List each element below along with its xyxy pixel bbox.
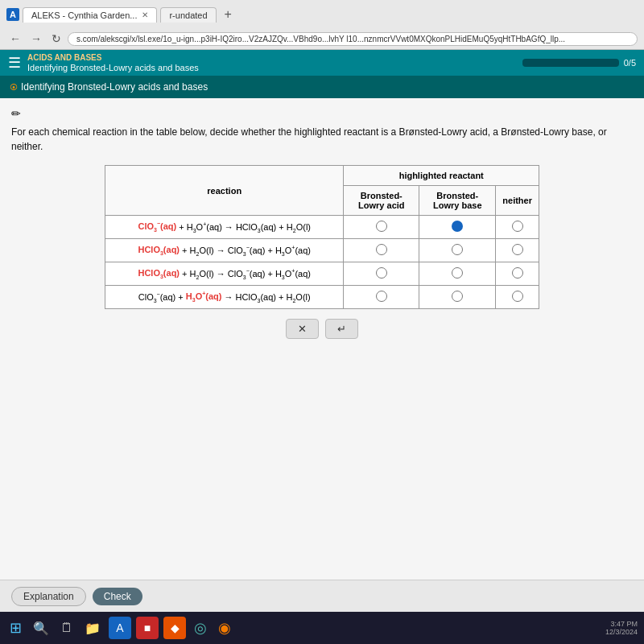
- reaction-cell-3: HClO3(aq) + H2O(l) → ClO3−(aq) + H3O+(aq…: [105, 262, 344, 286]
- reaction-cell-1: ClO3−(aq) + H3O+(aq) → HClO3(aq) + H2O(l…: [105, 216, 344, 239]
- check-button[interactable]: Check: [93, 588, 142, 605]
- radio-acid-2[interactable]: [344, 239, 419, 262]
- browser-chrome: A ALEKS - Cynthia Garden... ✕ r-undated …: [0, 0, 644, 50]
- clear-button[interactable]: ✕: [286, 319, 319, 339]
- reaction-cell-2: HClO3(aq) + H2O(l) → ClO3−(aq) + H3O+(aq…: [105, 239, 344, 262]
- col-header-acid: Bronsted-Lowry acid: [344, 186, 419, 216]
- col-header-neither: neither: [496, 186, 539, 216]
- taskbar: ⊞ 🔍 🗒 📁 A ■ ◆ ◎ ◉ 3:47 PM 12/3/2024: [0, 612, 644, 644]
- reaction-table: reaction highlighted reactant Bronsted-L…: [105, 165, 539, 309]
- table-row: HClO3(aq) + H2O(l) → ClO3−(aq) + H3O+(aq…: [105, 239, 539, 262]
- radio-unselected-icon[interactable]: [452, 244, 463, 255]
- table-row: ClO3−(aq) + H3O+(aq) → HClO3(aq) + H2O(l…: [105, 216, 539, 239]
- radio-unselected-icon[interactable]: [376, 291, 387, 302]
- tab2-label: r-undated: [169, 10, 207, 20]
- col-header-reaction: reaction: [105, 166, 344, 216]
- browser-favicon: A: [6, 8, 19, 21]
- radio-base-1[interactable]: [419, 216, 496, 239]
- table-row: ClO3−(aq) + H3O+(aq) → HClO3(aq) + H2O(l…: [105, 286, 539, 309]
- radio-neither-3[interactable]: [496, 262, 539, 286]
- instruction-text: For each chemical reaction in the table …: [11, 125, 633, 154]
- taskbar-clock: 3:47 PM 12/3/2024: [605, 620, 638, 636]
- radio-unselected-icon[interactable]: [376, 244, 387, 255]
- table-row: HClO3(aq) + H2O(l) → ClO3−(aq) + H3O+(aq…: [105, 262, 539, 286]
- radio-acid-4[interactable]: [344, 286, 419, 309]
- radio-unselected-icon[interactable]: [512, 221, 523, 232]
- radio-selected-icon[interactable]: [452, 221, 463, 232]
- highlighted-reactant-1: ClO3−(aq): [138, 221, 176, 231]
- address-text: s.com/alekscgi/x/lsl.exe/1o_u-ign...p3iH…: [76, 35, 565, 43]
- aleks-header: ☰ ACIDS AND BASES Identifying Bronsted-L…: [0, 50, 644, 76]
- radio-acid-1[interactable]: [344, 216, 419, 239]
- new-tab-button[interactable]: +: [220, 7, 237, 22]
- explanation-button[interactable]: Explanation: [11, 587, 86, 606]
- radio-unselected-icon[interactable]: [512, 244, 523, 255]
- bottom-area: Explanation Check: [0, 580, 644, 612]
- radio-unselected-icon[interactable]: [452, 291, 463, 302]
- windows-start-icon[interactable]: ⊞: [6, 617, 25, 638]
- tab-bar: A ALEKS - Cynthia Garden... ✕ r-undated …: [6, 3, 638, 26]
- taskbar-browser-icon[interactable]: ◎: [191, 617, 210, 638]
- radio-unselected-icon[interactable]: [512, 267, 523, 279]
- radio-acid-3[interactable]: [344, 262, 419, 286]
- address-bar-row: ← → ↻ s.com/alekscgi/x/lsl.exe/1o_u-ign.…: [6, 27, 638, 50]
- breadcrumb-topic: Identifying Bronsted-Lowry acids and bas…: [27, 63, 199, 72]
- taskbar-chrome-icon[interactable]: ◉: [215, 617, 234, 638]
- radio-neither-4[interactable]: [496, 286, 539, 309]
- progress-area: 0/5: [522, 58, 636, 68]
- forward-button[interactable]: →: [27, 32, 45, 45]
- breadcrumb-section: ACIDS AND BASES: [27, 53, 199, 62]
- taskbar-notes-icon[interactable]: 🗒: [57, 619, 76, 637]
- sub-header-label: Identifying Bronsted-Lowry acids and bas…: [21, 81, 208, 93]
- highlighted-reactant-2: HClO3(aq): [138, 245, 180, 254]
- pencil-icon: ✏: [11, 107, 21, 120]
- radio-unselected-icon[interactable]: [376, 221, 387, 232]
- reload-button[interactable]: ↻: [48, 32, 64, 45]
- back-button[interactable]: ←: [6, 32, 24, 45]
- taskbar-app-blue[interactable]: A: [109, 617, 131, 639]
- taskbar-date: 12/3/2024: [605, 628, 638, 636]
- address-input[interactable]: s.com/alekscgi/x/lsl.exe/1o_u-ign...p3iH…: [68, 32, 638, 46]
- radio-unselected-icon[interactable]: [512, 291, 523, 302]
- radio-base-4[interactable]: [419, 286, 496, 309]
- radio-indicator: ⦿: [10, 83, 18, 92]
- col-header-base: Bronsted-Lowry base: [419, 186, 496, 216]
- radio-base-2[interactable]: [419, 239, 496, 262]
- radio-base-3[interactable]: [419, 262, 496, 286]
- action-row: ✕ ↵: [105, 314, 539, 344]
- submit-arrow-button[interactable]: ↵: [325, 319, 358, 339]
- taskbar-folder-icon[interactable]: 📁: [81, 619, 104, 638]
- inactive-tab[interactable]: r-undated: [160, 7, 216, 23]
- radio-unselected-icon[interactable]: [452, 267, 463, 279]
- tab-label: ALEKS - Cynthia Garden...: [31, 10, 137, 20]
- progress-label: 0/5: [624, 58, 636, 68]
- radio-neither-1[interactable]: [496, 216, 539, 239]
- search-taskbar-icon[interactable]: 🔍: [30, 619, 52, 638]
- highlighted-reactant-3: HClO3(aq): [138, 268, 180, 278]
- radio-neither-2[interactable]: [496, 239, 539, 262]
- active-tab[interactable]: ALEKS - Cynthia Garden... ✕: [23, 7, 157, 23]
- reaction-cell-4: ClO3−(aq) + H3O+(aq) → HClO3(aq) + H2O(l…: [105, 286, 344, 309]
- aleks-sub-header: ⦿ Identifying Bronsted-Lowry acids and b…: [0, 76, 644, 98]
- progress-bar-track: [522, 59, 619, 67]
- taskbar-app-red[interactable]: ■: [136, 617, 159, 639]
- main-content: ✏ For each chemical reaction in the tabl…: [0, 98, 644, 612]
- highlighted-reactant-4: H3O+(aq): [186, 291, 222, 301]
- taskbar-app-orange[interactable]: ◆: [163, 617, 186, 639]
- col-header-highlighted: highlighted reactant: [344, 166, 539, 186]
- menu-icon[interactable]: ☰: [8, 54, 21, 72]
- taskbar-time: 3:47 PM: [605, 620, 638, 628]
- tab-close-icon[interactable]: ✕: [142, 10, 148, 19]
- radio-unselected-icon[interactable]: [376, 267, 387, 279]
